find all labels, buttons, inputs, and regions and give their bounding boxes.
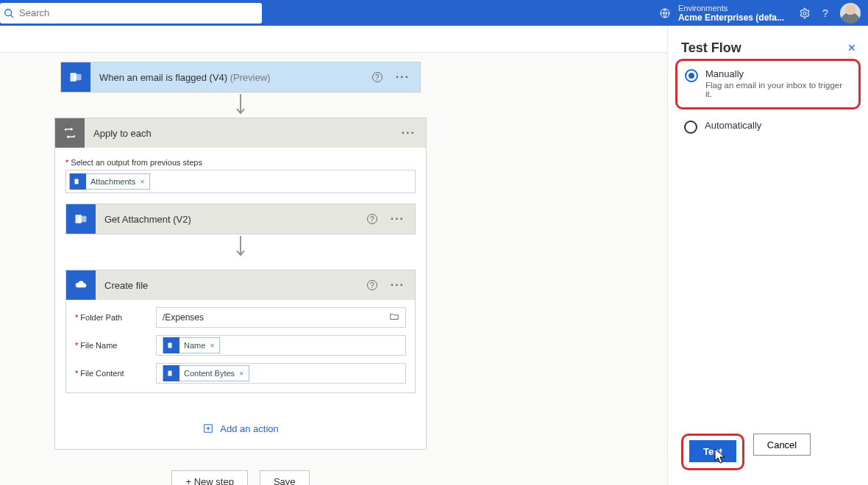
more-icon[interactable]: ··· [402, 126, 416, 140]
output-from-label: Select an output from previous steps [65, 158, 416, 167]
environment-name: Acme Enterprises (defa... [678, 13, 784, 23]
more-icon[interactable]: ··· [391, 279, 405, 292]
file-content-input[interactable]: Content Bytes × [156, 363, 406, 384]
file-name-input[interactable]: Name × [156, 335, 406, 356]
help-icon[interactable]: ? [815, 7, 836, 19]
settings-icon[interactable] [794, 7, 815, 19]
flow-connector [234, 93, 247, 118]
outlook-icon [66, 204, 96, 234]
close-panel-icon[interactable]: ✕ [847, 42, 856, 54]
svg-rect-11 [168, 343, 172, 348]
apply-to-each-card[interactable]: Apply to each ··· Select an output from … [54, 118, 427, 450]
outlook-icon [70, 173, 86, 190]
svg-point-0 [5, 9, 12, 15]
token-content-bytes[interactable]: Content Bytes × [163, 365, 249, 381]
search-input[interactable] [18, 3, 262, 24]
search-icon [0, 8, 18, 18]
trigger-title: When an email is flagged (V4) [99, 72, 227, 83]
help-circle-icon[interactable]: ? [367, 280, 377, 290]
radio-automatically[interactable]: Automatically [681, 115, 855, 138]
more-icon[interactable]: ··· [396, 71, 410, 84]
avatar[interactable] [840, 3, 861, 24]
svg-line-1 [11, 15, 14, 18]
get-attachment-card[interactable]: Get Attachment (V2) ? ··· [65, 204, 416, 234]
radio-icon [684, 121, 697, 134]
help-circle-icon[interactable]: ? [372, 72, 383, 82]
output-from-input[interactable]: Attachments × [65, 170, 416, 193]
folder-path-input[interactable]: /Expenses [156, 307, 406, 328]
outlook-icon [163, 337, 179, 353]
environment-label: Environments [678, 4, 784, 13]
environment-picker[interactable]: Environments Acme Enterprises (defa... [659, 4, 784, 23]
radio-manually-sub: Flag an email in your inbox to trigger i… [705, 81, 851, 98]
more-icon[interactable]: ··· [391, 212, 405, 226]
help-circle-icon[interactable]: ? [367, 214, 377, 224]
svg-point-3 [803, 12, 806, 15]
panel-title: Test Flow [681, 40, 855, 56]
outlook-icon [61, 62, 90, 92]
environment-icon [659, 7, 671, 19]
svg-rect-5 [74, 74, 82, 80]
search-box[interactable] [0, 3, 262, 24]
create-file-card[interactable]: Create file ? ··· Folder Path /Expenses [65, 270, 416, 393]
file-name-label: File Name [75, 341, 156, 350]
folder-path-label: Folder Path [75, 313, 156, 322]
radio-icon [685, 69, 698, 82]
outlook-icon [163, 365, 179, 381]
loop-icon [55, 118, 85, 148]
svg-rect-9 [79, 216, 87, 222]
new-step-button[interactable]: + New step [171, 470, 247, 485]
svg-rect-7 [75, 179, 79, 184]
token-name[interactable]: Name × [163, 337, 220, 353]
trigger-preview: (Preview) [230, 72, 271, 83]
remove-token-icon[interactable]: × [239, 369, 243, 378]
create-file-title: Create file [104, 280, 148, 291]
callout-highlight: Test [681, 434, 744, 470]
get-attachment-title: Get Attachment (V2) [104, 214, 191, 225]
remove-token-icon[interactable]: × [140, 177, 144, 186]
apply-to-each-title: Apply to each [93, 128, 152, 139]
file-content-label: File Content [75, 369, 156, 378]
callout-highlight: Manually Flag an email in your inbox to … [675, 59, 861, 109]
app-header: Environments Acme Enterprises (defa... ? [0, 0, 868, 26]
remove-token-icon[interactable]: × [210, 341, 214, 350]
token-attachments[interactable]: Attachments × [69, 173, 150, 190]
radio-manually-label: Manually [705, 68, 851, 79]
radio-auto-label: Automatically [705, 120, 761, 131]
onedrive-icon [66, 270, 96, 300]
save-button[interactable]: Save [260, 470, 310, 485]
add-action-label: Add an action [220, 423, 279, 434]
cancel-button[interactable]: Cancel [753, 434, 811, 456]
trigger-card[interactable]: When an email is flagged (V4) (Preview) … [60, 62, 421, 93]
folder-picker-icon[interactable] [389, 312, 399, 324]
add-action-icon [202, 423, 214, 434]
folder-path-value: /Expenses [163, 312, 204, 323]
flow-connector [65, 234, 416, 259]
test-button[interactable]: Test [689, 440, 736, 462]
test-flow-panel: ✕ Test Flow Manually Flag an email in yo… [668, 26, 868, 485]
radio-manually[interactable]: Manually Flag an email in your inbox to … [682, 64, 854, 103]
add-action-button[interactable]: Add an action [65, 423, 416, 434]
svg-rect-12 [168, 371, 172, 376]
